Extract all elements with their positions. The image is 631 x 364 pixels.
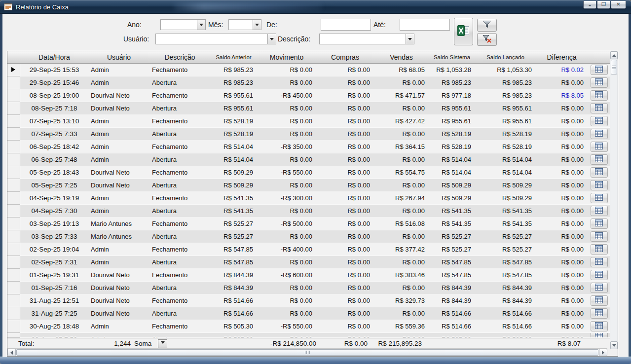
col-header-vendas[interactable]: Vendas (374, 51, 429, 63)
record-detail-button[interactable] (591, 333, 608, 338)
cell-movimento[interactable]: R$ 0.00 (257, 205, 316, 218)
record-selector[interactable] (7, 64, 20, 76)
cell-saldo-lancado[interactable]: R$ 514.04 (475, 166, 536, 179)
record-selector[interactable] (7, 282, 20, 294)
cell-movimento[interactable]: -R$ 350.00 (257, 141, 316, 153)
record-detail-button[interactable] (591, 218, 608, 229)
cell-saldo-sistema[interactable]: R$ 505.30 (429, 333, 475, 338)
de-input[interactable] (321, 19, 371, 31)
record-selector[interactable] (7, 243, 20, 256)
cell-diferenca[interactable]: R$ 0.02 (536, 64, 588, 76)
cell-vendas[interactable]: R$ 377.42 (374, 243, 429, 256)
record-detail-button[interactable] (591, 90, 608, 101)
total-aggregate-value[interactable]: Soma (134, 340, 151, 347)
cell-saldo-sistema[interactable]: R$ 844.39 (429, 294, 475, 307)
cell-saldo-sistema[interactable]: R$ 541.35 (429, 205, 475, 218)
cell-saldo-lancado[interactable]: R$ 509.29 (475, 179, 536, 192)
col-header-saldo-lancado[interactable]: Saldo Lançado (475, 51, 536, 63)
cell-saldo-sistema[interactable]: R$ 514.04 (429, 153, 475, 166)
cell-saldo-anterior[interactable]: R$ 541.35 (210, 192, 257, 205)
cell-saldo-sistema[interactable]: R$ 541.35 (429, 218, 475, 230)
cell-saldo-anterior[interactable]: R$ 505.30 (210, 333, 257, 338)
cell-data-hora[interactable]: 31-Aug-25 12:51 (20, 294, 88, 307)
minimize-button[interactable]: – (583, 1, 596, 9)
cell-compras[interactable]: R$ 0.00 (316, 64, 374, 76)
cell-saldo-anterior[interactable]: R$ 844.39 (210, 282, 257, 294)
ano-combobox[interactable] (160, 19, 206, 30)
cell-movimento[interactable]: -R$ 550.00 (257, 320, 316, 333)
cell-diferenca[interactable]: R$ 0.00 (536, 243, 588, 256)
cell-saldo-sistema[interactable]: R$ 977.18 (429, 89, 475, 102)
cell-data-hora[interactable]: 02-Sep-25 19:04 (20, 243, 88, 256)
usuario-dropdown-button[interactable] (267, 34, 276, 44)
cell-movimento[interactable]: R$ 0.00 (257, 179, 316, 192)
record-selector[interactable] (7, 307, 20, 320)
scroll-left-button[interactable] (7, 349, 16, 356)
record-selector[interactable] (7, 320, 20, 333)
cell-data-hora[interactable]: 03-Sep-25 19:13 (20, 218, 88, 230)
cell-compras[interactable]: R$ 0.00 (316, 282, 374, 294)
record-detail-button[interactable] (591, 142, 608, 152)
cell-saldo-lancado[interactable]: R$ 541.35 (475, 205, 536, 218)
cell-saldo-lancado[interactable]: R$ 541.35 (475, 218, 536, 230)
cell-data-hora[interactable]: 01-Sep-25 7:16 (20, 282, 88, 294)
maximize-button[interactable]: ❐ (597, 1, 610, 9)
cell-diferenca[interactable]: R$ 0.00 (536, 192, 588, 205)
cell-compras[interactable]: R$ 0.00 (316, 141, 374, 153)
mes-value[interactable] (229, 20, 253, 30)
cell-usuario[interactable]: Admin (88, 153, 149, 166)
cell-saldo-anterior[interactable]: R$ 509.29 (210, 179, 257, 192)
cell-saldo-lancado[interactable]: R$ 955.61 (475, 115, 536, 128)
cell-compras[interactable]: R$ 0.00 (316, 320, 374, 333)
cell-vendas[interactable]: R$ 0.00 (374, 128, 429, 141)
cell-usuario[interactable]: Mario Antunes (88, 230, 149, 243)
record-detail-button[interactable] (591, 283, 608, 293)
cell-usuario[interactable]: Admin (88, 243, 149, 256)
cell-saldo-lancado[interactable]: R$ 505.30 (475, 333, 536, 338)
cell-vendas[interactable]: R$ 0.00 (374, 307, 429, 320)
cell-movimento[interactable]: R$ 0.00 (257, 64, 316, 76)
apply-filter-button[interactable] (477, 19, 497, 32)
col-header-movimento[interactable]: Movimento (257, 51, 316, 63)
cell-usuario[interactable]: Admin (88, 205, 149, 218)
cell-movimento[interactable]: R$ 0.00 (257, 333, 316, 338)
cell-vendas[interactable]: R$ 0.00 (374, 205, 429, 218)
record-detail-button[interactable] (591, 167, 608, 178)
cell-saldo-lancado[interactable]: R$ 844.39 (475, 294, 536, 307)
export-excel-button[interactable] (454, 18, 473, 45)
cell-data-hora[interactable]: 03-Sep-25 7:33 (20, 230, 88, 243)
cell-saldo-lancado[interactable]: R$ 985.23 (475, 89, 536, 102)
record-detail-button[interactable] (591, 77, 608, 88)
cell-saldo-lancado[interactable]: R$ 547.85 (475, 269, 536, 282)
record-detail-button[interactable] (591, 116, 608, 126)
cell-compras[interactable]: R$ 0.00 (316, 115, 374, 128)
cell-vendas[interactable]: R$ 0.00 (374, 102, 429, 115)
record-selector[interactable] (7, 230, 20, 243)
cell-saldo-anterior[interactable]: R$ 985.23 (210, 64, 257, 76)
cell-descricao[interactable]: Fechamento (149, 64, 210, 76)
cell-saldo-lancado[interactable]: R$ 547.85 (475, 256, 536, 269)
record-detail-button[interactable] (591, 154, 608, 165)
cell-usuario[interactable]: Mario Antunes (88, 218, 149, 230)
record-selector[interactable] (7, 89, 20, 102)
cell-descricao[interactable]: Abertura (149, 205, 210, 218)
cell-vendas[interactable]: R$ 516.08 (374, 218, 429, 230)
cell-saldo-sistema[interactable]: R$ 955.61 (429, 115, 475, 128)
col-header-diferenca[interactable]: Diferença (536, 51, 588, 63)
col-header-saldo-anterior[interactable]: Saldo Anterior (210, 51, 257, 63)
cell-usuario[interactable]: Dourival Neto (88, 269, 149, 282)
cell-usuario[interactable]: Admin (88, 320, 149, 333)
cell-data-hora[interactable]: 06-Sep-25 18:42 (20, 141, 88, 153)
cell-usuario[interactable]: Admin (88, 76, 149, 89)
cell-data-hora[interactable]: 07-Sep-25 13:10 (20, 115, 88, 128)
cell-data-hora[interactable]: 30-Aug-25 18:48 (20, 320, 88, 333)
record-detail-button[interactable] (591, 193, 608, 203)
ate-input[interactable] (400, 19, 450, 31)
cell-movimento[interactable]: -R$ 400.00 (257, 243, 316, 256)
cell-descricao[interactable]: Abertura (149, 333, 210, 338)
cell-usuario[interactable]: Dourival Neto (88, 179, 149, 192)
cell-usuario[interactable]: Dourival Neto (88, 294, 149, 307)
cell-movimento[interactable]: -R$ 550.00 (257, 166, 316, 179)
cell-vendas[interactable]: R$ 329.73 (374, 294, 429, 307)
cell-saldo-sistema[interactable]: R$ 509.29 (429, 179, 475, 192)
